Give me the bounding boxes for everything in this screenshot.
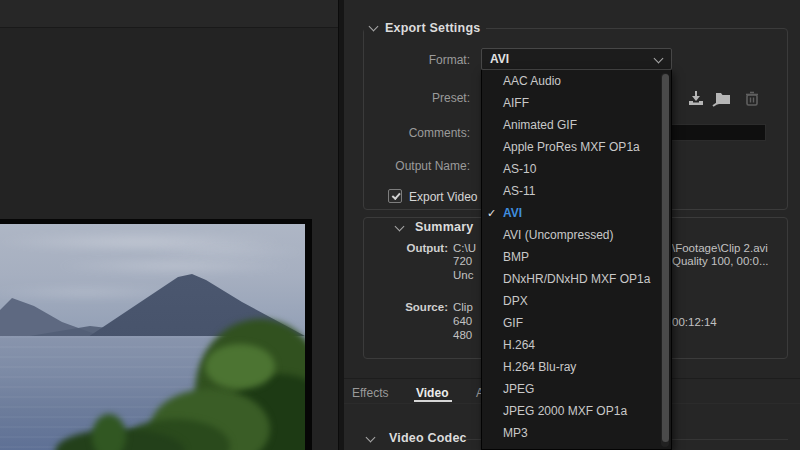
save-preset-icon: [686, 89, 706, 108]
dropdown-item[interactable]: AIFF: [482, 92, 671, 114]
video-codec-title: Video Codec: [389, 431, 467, 445]
source-detail-fragment: 480: [453, 329, 472, 341]
dropdown-item-selected[interactable]: ✓AVI: [482, 202, 671, 224]
import-preset-icon: [711, 89, 733, 108]
output-path-end: \Footage\Clip 2.avi: [672, 242, 768, 254]
dropdown-item[interactable]: Animated GIF: [482, 114, 671, 136]
source-detail-fragment: 640: [453, 315, 472, 327]
chevron-down-icon: [654, 54, 664, 64]
format-label: Format:: [345, 53, 470, 67]
dropdown-item[interactable]: H.264: [482, 334, 671, 356]
export-settings-title: Export Settings: [385, 21, 480, 35]
import-preset-button[interactable]: [710, 87, 734, 109]
scrollbar-thumb[interactable]: [662, 74, 669, 442]
output-name-label: Output Name:: [345, 159, 470, 173]
delete-preset-button[interactable]: [740, 87, 764, 109]
dropdown-item[interactable]: JPEG 2000 MXF OP1a: [482, 400, 671, 422]
chevron-down-icon: [369, 22, 379, 32]
source-clip-fragment: Clip: [453, 301, 473, 313]
active-tab-underline: [414, 400, 452, 402]
format-select[interactable]: AVI: [481, 48, 672, 70]
export-settings-header[interactable]: Export Settings: [364, 20, 486, 36]
save-preset-button[interactable]: [684, 87, 708, 109]
checkmark-icon: ✓: [487, 202, 496, 224]
source-duration: 00:12:14: [672, 316, 717, 328]
tab-video[interactable]: Video: [416, 386, 448, 400]
dropdown-item[interactable]: Apple ProRes MXF OP1a: [482, 136, 671, 158]
dropdown-item[interactable]: AAC Audio: [482, 70, 671, 92]
output-detail-fragment: 720: [453, 255, 472, 267]
output-path-fragment: C:\U: [453, 242, 476, 254]
dropdown-item[interactable]: H.264 Blu-ray: [482, 356, 671, 378]
dropdown-item[interactable]: MP3: [482, 422, 671, 444]
left-toolbar-strip: [0, 0, 338, 28]
output-quality-fragment: Quality 100, 00:0...: [672, 255, 769, 267]
format-dropdown-list: AAC Audio AIFF Animated GIF Apple ProRes…: [481, 70, 672, 450]
preset-label: Preset:: [345, 91, 470, 105]
dropdown-item[interactable]: JPEG: [482, 378, 671, 400]
video-preview-frame: [0, 219, 312, 450]
format-select-value: AVI: [482, 52, 509, 66]
tab-effects[interactable]: Effects: [352, 386, 388, 400]
checkmark-icon: [391, 191, 400, 200]
output-label: Output:: [345, 242, 448, 254]
dropdown-item[interactable]: DPX: [482, 290, 671, 312]
output-detail-fragment: Unc: [453, 269, 473, 281]
dropdown-item[interactable]: DNxHR/DNxHD MXF OP1a: [482, 268, 671, 290]
dropdown-item[interactable]: AS-10: [482, 158, 671, 180]
export-video-label: Export Video: [409, 190, 478, 204]
video-preview: [0, 224, 305, 450]
export-settings-screen: Export Settings Format: AVI Preset: Comm…: [0, 0, 800, 450]
dropdown-item[interactable]: AS-11: [482, 180, 671, 202]
comments-label: Comments:: [345, 126, 470, 140]
export-video-checkbox[interactable]: [388, 189, 402, 203]
trash-icon: [743, 89, 761, 108]
dropdown-scrollbar[interactable]: [661, 73, 669, 447]
source-label: Source:: [345, 301, 448, 313]
dropdown-item[interactable]: BMP: [482, 246, 671, 268]
dropdown-item[interactable]: AVI (Uncompressed): [482, 224, 671, 246]
summary-title: Summary: [415, 220, 473, 234]
dropdown-item[interactable]: GIF: [482, 312, 671, 334]
